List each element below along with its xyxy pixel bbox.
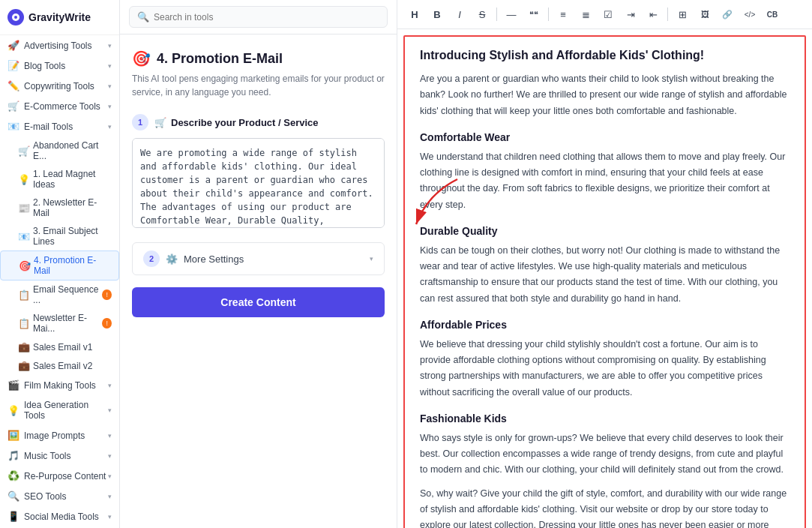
- badge-new: !: [102, 290, 112, 300]
- tool-title: 4. Promotion E-Mail: [157, 51, 283, 67]
- section-fashionable-text: Who says style is only for grown-ups? We…: [420, 430, 790, 478]
- section-durable-text: Kids can be tough on their clothes, but …: [420, 243, 790, 307]
- tool-panel-scroll: 🎯 4. Promotion E-Mail This AI tool pens …: [120, 34, 397, 528]
- sidebar-item-blog[interactable]: 📝Blog Tools ▾: [0, 56, 119, 76]
- app-logo: GravityWrite: [0, 0, 119, 35]
- sidebar-item-copywriting[interactable]: ✏️Copywriting Tools ▾: [0, 76, 119, 96]
- sidebar-sub-promotion[interactable]: 🎯4. Promotion E-Mail: [0, 250, 119, 280]
- editor-intro-para: Are you a parent or guardian who wants t…: [420, 71, 790, 119]
- strikethrough-button[interactable]: S: [472, 4, 492, 24]
- more-settings[interactable]: 2 ⚙️ More Settings ▾: [132, 242, 385, 275]
- sidebar-sub-sales-v1[interactable]: 💼Sales Email v1: [0, 338, 119, 356]
- checklist-button[interactable]: ☑: [598, 4, 618, 24]
- svg-point-2: [14, 16, 17, 19]
- editor-heading: Introducing Stylish and Affordable Kids'…: [420, 49, 790, 62]
- sidebar: GravityWrite 🚀Advertising Tools ▾ 📝Blog …: [0, 0, 120, 528]
- create-content-button[interactable]: Create Content: [132, 287, 385, 317]
- app-name: GravityWrite: [28, 11, 91, 23]
- sidebar-item-repurpose[interactable]: ♻️Re-Purpose Content ▾: [0, 466, 119, 486]
- search-input[interactable]: [154, 12, 379, 22]
- section-durable-heading: Durable Quality: [420, 225, 790, 237]
- bullet-list-button[interactable]: ≡: [553, 4, 573, 24]
- editor-cta-para: So, why wait? Give your child the gift o…: [420, 486, 790, 529]
- chevron-icon: ▾: [108, 493, 112, 500]
- chevron-icon: ▾: [108, 406, 112, 414]
- section-fashionable-heading: Fashionable Kids: [420, 412, 790, 424]
- step1-content: [132, 138, 385, 230]
- sidebar-item-ecommerce[interactable]: 🛒E-Commerce Tools ▾: [0, 96, 119, 116]
- chevron-icon: ▾: [108, 513, 112, 520]
- sidebar-item-idea[interactable]: 💡Idea Generation Tools ▾: [0, 395, 119, 425]
- editor-panel: H B I S — ❝❝ ≡ ≣ ☑ ⇥ ⇤ ⊞ 🖼 🔗 </> CB: [397, 0, 812, 528]
- image-button[interactable]: 🖼: [695, 4, 715, 24]
- chevron-icon: ▾: [108, 62, 112, 70]
- chevron-down-icon: ▾: [370, 255, 373, 262]
- step2-number: 2: [143, 250, 160, 267]
- logo-icon: [7, 9, 24, 26]
- outdent-button[interactable]: ⇤: [643, 4, 663, 24]
- section-affordable-text: We believe that dressing your child styl…: [420, 337, 790, 400]
- sidebar-item-image-prompts[interactable]: 🖼️Image Prompts ▾: [0, 425, 119, 446]
- chevron-icon: ▾: [108, 382, 112, 389]
- sidebar-sub-email-seq[interactable]: 📋Email Sequence ... !: [0, 280, 119, 309]
- sidebar-sub-subject-lines[interactable]: 📧3. Email Subject Lines: [0, 222, 119, 250]
- sidebar-sub-newsletter-email[interactable]: 📋Newsletter E-Mai... !: [0, 309, 119, 338]
- tool-icon: 🎯: [132, 50, 151, 68]
- separator: [496, 8, 497, 21]
- section-comfortable-text: We understand that children need clothin…: [420, 149, 790, 213]
- sidebar-sub-newsletter[interactable]: 📰2. Newsletter E-Mail: [0, 194, 119, 222]
- sidebar-item-music[interactable]: 🎵Music Tools ▾: [0, 446, 119, 466]
- search-wrap: 🔍: [129, 6, 388, 28]
- product-description-input[interactable]: [132, 138, 385, 228]
- sidebar-sub-lead-magnet[interactable]: 💡1. Lead Magnet Ideas: [0, 165, 119, 194]
- quote-button[interactable]: ❝❝: [524, 4, 544, 24]
- sidebar-item-advertising[interactable]: 🚀Advertising Tools ▾: [0, 35, 119, 56]
- editor-content[interactable]: Introducing Stylish and Affordable Kids'…: [403, 35, 806, 528]
- chevron-icon: ▾: [108, 42, 112, 50]
- chevron-icon: ▾: [108, 103, 112, 110]
- table-button[interactable]: ⊞: [673, 4, 692, 24]
- heading-button[interactable]: H: [405, 4, 424, 24]
- badge-new: !: [102, 318, 112, 328]
- step1-title: 🛒 Describe your Product / Service: [154, 117, 319, 128]
- cb-button[interactable]: CB: [763, 4, 782, 24]
- sidebar-item-film[interactable]: 🎬Film Making Tools ▾: [0, 375, 119, 395]
- editor-toolbar: H B I S — ❝❝ ≡ ≣ ☑ ⇥ ⇤ ⊞ 🖼 🔗 </> CB: [397, 0, 812, 29]
- sidebar-sub-sales-v2[interactable]: 💼Sales Email v2: [0, 356, 119, 375]
- section-comfortable-heading: Comfortable Wear: [420, 131, 790, 143]
- separator: [548, 8, 549, 21]
- sidebar-item-social[interactable]: 📱Social Media Tools ▾: [0, 506, 119, 526]
- section-affordable-heading: Affordable Prices: [420, 319, 790, 331]
- step1-number: 1: [132, 114, 148, 130]
- step1-header: 1 🛒 Describe your Product / Service: [132, 114, 385, 130]
- link-button[interactable]: 🔗: [718, 4, 737, 24]
- sidebar-sub-abandoned[interactable]: 🛒Abandoned Cart E...: [0, 136, 119, 165]
- step1-icon: 🛒: [154, 117, 166, 128]
- ordered-list-button[interactable]: ≣: [576, 4, 595, 24]
- bold-button[interactable]: B: [427, 4, 447, 24]
- tool-header: 🎯 4. Promotion E-Mail: [132, 50, 385, 68]
- chevron-icon: ▾: [108, 123, 112, 130]
- sidebar-item-email[interactable]: 📧E-mail Tools ▾: [0, 116, 119, 136]
- step1-section: 1 🛒 Describe your Product / Service: [132, 114, 385, 230]
- search-bar-area: 🔍: [120, 0, 397, 34]
- step2-icon: ⚙️: [166, 254, 178, 265]
- tool-subtitle: This AI tool pens engaging marketing ema…: [132, 72, 385, 99]
- step2-title: More Settings: [184, 254, 244, 265]
- italic-button[interactable]: I: [450, 4, 469, 24]
- code-button[interactable]: </>: [740, 4, 760, 24]
- hr-button[interactable]: —: [502, 4, 521, 24]
- chevron-icon: ▾: [108, 432, 112, 440]
- main-area: 🔍 🎯 4. Promotion E-Mail This AI tool pen…: [120, 0, 812, 528]
- search-icon: 🔍: [137, 11, 149, 22]
- chevron-icon: ▾: [108, 472, 112, 480]
- chevron-icon: ▾: [108, 452, 112, 460]
- chevron-icon: ▾: [108, 82, 112, 90]
- sidebar-item-seo[interactable]: 🔍SEO Tools ▾: [0, 486, 119, 506]
- separator: [667, 8, 668, 21]
- tool-panel: 🔍 🎯 4. Promotion E-Mail This AI tool pen…: [120, 0, 397, 528]
- indent-button[interactable]: ⇥: [621, 4, 640, 24]
